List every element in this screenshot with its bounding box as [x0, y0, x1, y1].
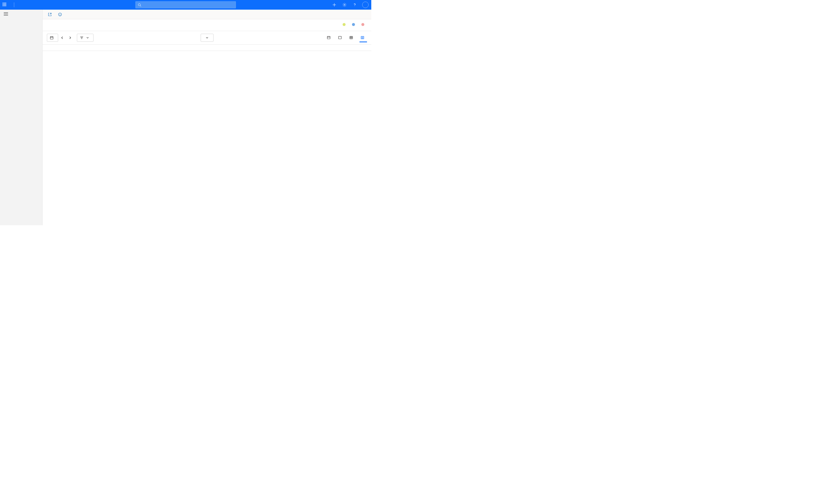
gear-icon[interactable]	[342, 2, 347, 7]
avatar[interactable]	[362, 2, 369, 8]
legend-succeeded	[343, 23, 347, 26]
dot-failed-icon	[361, 23, 364, 26]
chevron-down-icon	[206, 36, 209, 39]
dot-succeeded-icon	[343, 23, 345, 26]
add-icon[interactable]	[332, 2, 337, 7]
filter-icon	[80, 36, 84, 40]
today-button[interactable]	[47, 34, 58, 42]
header-actions	[332, 2, 369, 8]
date-picker	[201, 34, 214, 42]
legend-failed	[361, 23, 366, 26]
schedule-table-wrap[interactable]	[42, 45, 371, 225]
chevron-right-icon	[69, 36, 72, 39]
calendar-icon	[50, 36, 54, 40]
search-icon	[138, 3, 141, 7]
svg-rect-21	[339, 36, 342, 39]
view-tabs	[326, 33, 367, 42]
search-input[interactable]	[136, 1, 236, 8]
sidebar	[0, 10, 42, 225]
svg-rect-12	[50, 37, 53, 39]
app-header	[0, 0, 371, 10]
svg-line-1	[140, 5, 141, 6]
tab-day[interactable]	[326, 33, 333, 42]
svg-point-11	[60, 13, 60, 14]
info-icon	[58, 13, 62, 16]
col-time	[64, 45, 94, 51]
svg-point-0	[138, 3, 140, 6]
svg-point-5	[354, 6, 355, 6]
open-icon	[48, 13, 52, 16]
date-button[interactable]	[201, 34, 214, 42]
tab-month[interactable]	[348, 33, 356, 42]
dot-notstarted-icon	[352, 23, 355, 26]
filter-button[interactable]	[77, 34, 93, 42]
chevron-left-icon	[60, 36, 64, 39]
col-date	[44, 45, 64, 51]
search-container	[136, 1, 236, 8]
chevron-down-icon	[86, 36, 89, 39]
toolbar	[42, 31, 371, 45]
svg-point-4	[344, 4, 345, 5]
legend-notstarted	[352, 23, 357, 26]
waffle-icon[interactable]	[3, 3, 7, 7]
week-icon	[338, 36, 342, 39]
prev-button[interactable]	[58, 34, 66, 42]
help-icon[interactable]	[352, 2, 357, 7]
search-field[interactable]	[143, 3, 234, 7]
command-bar	[42, 10, 371, 19]
shell	[0, 10, 371, 225]
tab-week[interactable]	[337, 33, 344, 42]
main	[42, 10, 371, 225]
open-grid-view-link[interactable]	[48, 13, 53, 16]
status-legend	[343, 23, 366, 26]
hamburger-icon[interactable]	[0, 11, 42, 18]
col-event	[94, 45, 371, 51]
next-button[interactable]	[66, 34, 74, 42]
learn-more-link[interactable]	[58, 13, 64, 16]
divider	[14, 2, 14, 7]
month-icon	[349, 36, 353, 39]
tab-schedule[interactable]	[359, 33, 367, 42]
svg-rect-19	[327, 36, 330, 39]
schedule-icon	[361, 36, 364, 39]
day-icon	[327, 36, 331, 39]
page-header	[42, 19, 371, 31]
schedule-table	[42, 45, 371, 51]
